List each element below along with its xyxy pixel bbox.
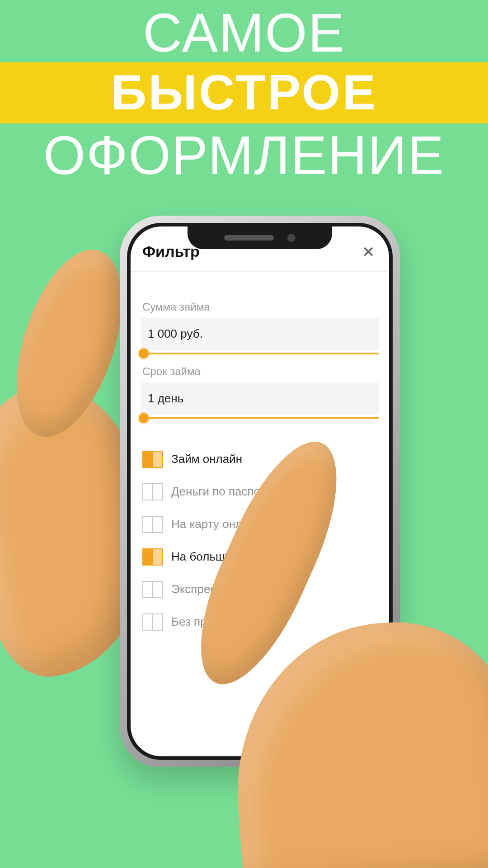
- headline-line-1: САМОЕ: [0, 0, 488, 60]
- term-slider-thumb[interactable]: [139, 413, 149, 423]
- headline-line-2: БЫСТРОЕ: [111, 64, 377, 120]
- hand-right-graphic: [226, 614, 488, 868]
- check-label: Займ онлайн: [171, 452, 242, 466]
- headline-line-3: ОФОРМЛЕНИЕ: [0, 128, 488, 182]
- close-button[interactable]: ✕: [359, 244, 377, 259]
- checkbox-icon[interactable]: [142, 483, 163, 500]
- checkbox-icon[interactable]: [142, 613, 163, 630]
- promo-headline: САМОЕ БЫСТРОЕ ОФОРМЛЕНИЕ: [0, 0, 488, 182]
- amount-input[interactable]: 1 000 руб.: [141, 318, 379, 350]
- speaker-icon: [224, 235, 274, 241]
- amount-label: Сумма займа: [142, 301, 377, 313]
- term-label: Срок займа: [142, 365, 377, 378]
- checkbox-icon[interactable]: [142, 581, 163, 597]
- checkbox-icon[interactable]: [142, 451, 163, 467]
- headline-band: БЫСТРОЕ: [0, 62, 488, 123]
- phone-notch: [188, 226, 332, 249]
- filter-sliders: Сумма займа 1 000 руб. Срок займа 1 день: [131, 272, 389, 419]
- page-title: Фильтр: [142, 243, 200, 260]
- term-input[interactable]: 1 день: [141, 382, 379, 415]
- checkbox-icon[interactable]: [142, 548, 163, 565]
- amount-slider-thumb[interactable]: [139, 349, 149, 359]
- checkbox-icon[interactable]: [142, 516, 163, 532]
- amount-slider[interactable]: [141, 353, 379, 354]
- check-row-0[interactable]: Займ онлайн: [141, 443, 379, 475]
- term-slider[interactable]: [141, 417, 379, 419]
- camera-icon: [287, 234, 296, 242]
